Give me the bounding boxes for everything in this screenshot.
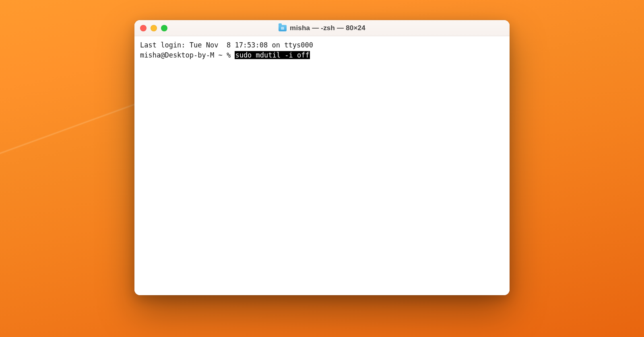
window-title: misha — -zsh — 80×24 xyxy=(290,24,365,32)
last-login-line: Last login: Tue Nov 8 17:53:08 on ttys00… xyxy=(140,41,313,49)
titlebar[interactable]: misha — -zsh — 80×24 xyxy=(134,20,510,36)
folder-icon xyxy=(279,25,287,31)
terminal-content[interactable]: Last login: Tue Nov 8 17:53:08 on ttys00… xyxy=(134,36,510,295)
terminal-window[interactable]: misha — -zsh — 80×24 Last login: Tue Nov… xyxy=(134,20,510,295)
selected-command-text[interactable]: sudo mdutil -i off xyxy=(235,51,310,59)
traffic-lights xyxy=(140,25,167,31)
close-button[interactable] xyxy=(140,25,147,31)
minimize-button[interactable] xyxy=(151,25,157,31)
zoom-button[interactable] xyxy=(161,25,167,31)
window-title-wrap: misha — -zsh — 80×24 xyxy=(279,24,365,32)
prompt-prefix: misha@Desktop-by-M ~ % xyxy=(140,51,235,59)
